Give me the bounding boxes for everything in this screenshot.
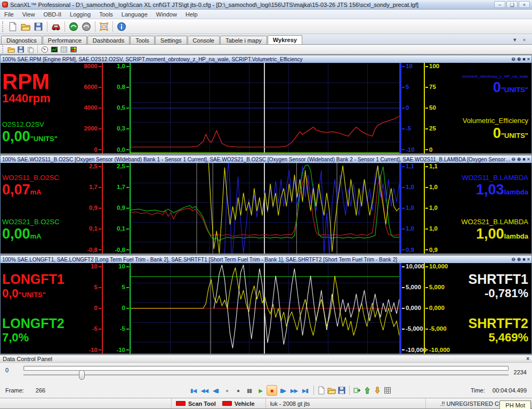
axis-tick: 2000	[76, 126, 101, 132]
readout: O2S12.O2SV0,00"UNITS"	[2, 121, 74, 145]
new-file-icon[interactable]	[7, 21, 19, 32]
axis-tick: 1,7	[76, 184, 101, 191]
skip-end-button[interactable]: ▶▮	[300, 385, 311, 396]
pause-button[interactable]: ▮▮	[244, 385, 255, 396]
panel-close-icon[interactable]: ×	[527, 157, 530, 162]
toolbar-separator	[47, 21, 47, 32]
export-green-icon[interactable]	[352, 386, 362, 395]
panel-collapse-icon[interactable]: ⊖	[511, 257, 515, 262]
table-icon[interactable]	[60, 45, 68, 54]
new-file-icon[interactable]	[317, 386, 326, 395]
panel-collapse-icon[interactable]: ⊖	[511, 56, 515, 62]
chart-plot[interactable]	[131, 163, 399, 253]
save-icon[interactable]	[33, 21, 44, 32]
play-button[interactable]: ▶	[255, 385, 266, 396]
menu-logging[interactable]: Logging	[66, 10, 95, 19]
menu-help[interactable]: Help	[181, 10, 202, 19]
readout-name: WO2S21_B.O2SC	[2, 218, 74, 226]
open-icon[interactable]	[327, 386, 336, 395]
export-up-icon[interactable]	[362, 386, 372, 395]
vehicle-label: Vehicle	[235, 400, 255, 407]
panel-maximize-icon[interactable]: ■	[522, 157, 525, 162]
timeline-thumb[interactable]	[79, 370, 85, 380]
export-grid-icon[interactable]	[383, 386, 392, 395]
menu-language[interactable]: Language	[117, 10, 152, 19]
axis-left: 80006000400020000	[75, 63, 103, 153]
menu-tools[interactable]: Tools	[95, 10, 117, 19]
panel-expand-icon[interactable]: ⊕	[517, 56, 521, 62]
open-icon[interactable]	[7, 45, 15, 54]
connect-gray-icon[interactable]	[80, 21, 92, 32]
readout-unit: "UNITS"	[19, 291, 46, 299]
panel-maximize-icon[interactable]: ■	[522, 56, 525, 62]
timeline-track[interactable]	[23, 365, 509, 375]
slider-min-label: 0	[5, 367, 18, 373]
tab-performance[interactable]: Performance	[43, 36, 87, 44]
chart-plot[interactable]	[131, 263, 399, 354]
panel-collapse-icon[interactable]: ⊖	[511, 157, 515, 162]
save-icon[interactable]	[17, 45, 25, 54]
axis-tick: 5	[103, 284, 129, 291]
axis-tick: 25	[425, 126, 451, 132]
stop-button[interactable]: ■	[267, 385, 277, 396]
fast-forward-button[interactable]: ▶▶	[289, 385, 300, 396]
tab-tools[interactable]: Tools	[130, 36, 155, 44]
tab-settings[interactable]: Settings	[155, 36, 187, 44]
close-button[interactable]: ×	[519, 1, 530, 8]
axis-tick: 0,000	[425, 305, 451, 312]
readout-name: WO2S11_B.LAMBDA	[453, 174, 528, 182]
tab-wykresy[interactable]: Wykresy	[268, 35, 302, 44]
dashboard-designer-icon[interactable]	[98, 21, 110, 32]
panel-maximize-icon[interactable]: ■	[522, 257, 525, 262]
gauge-icon[interactable]	[41, 45, 49, 54]
range-bar[interactable]	[23, 366, 509, 371]
connect-green-icon[interactable]	[68, 21, 79, 32]
tab-diagnostics[interactable]: Diagnostics	[1, 36, 42, 44]
tooltip: PH Mot	[499, 400, 531, 409]
time-value: 00:04:04.499	[493, 387, 527, 394]
marker-button[interactable]: ●	[222, 385, 232, 396]
step-back-button[interactable]: ◀▮	[211, 385, 221, 396]
save-icon[interactable]	[337, 386, 346, 395]
open-icon[interactable]	[20, 21, 31, 32]
menu-window[interactable]: Window	[152, 10, 181, 19]
graph-icon[interactable]	[50, 45, 59, 54]
panel-close-icon[interactable]: ×	[526, 356, 529, 362]
menu-obdii[interactable]: OBD-II	[39, 10, 66, 19]
axis-tick: 0,9	[76, 205, 101, 211]
skip-start-button[interactable]: ▮◀	[188, 385, 199, 396]
readout-name: RPM	[2, 71, 74, 92]
panel-expand-icon[interactable]: ⊕	[517, 157, 521, 162]
vehicle-icon[interactable]	[50, 21, 62, 32]
axis-tick: 10	[402, 63, 423, 70]
axis-tick: 75	[425, 84, 451, 91]
info-icon[interactable]	[116, 21, 127, 32]
axis-tick: 10,000	[425, 264, 451, 270]
tab-console[interactable]: Console	[188, 36, 220, 44]
rewind-button[interactable]: ◀◀	[199, 385, 210, 396]
axis-left: 1050-5-10	[75, 263, 103, 354]
tab-bar-controls[interactable]: ▼ ×	[509, 37, 531, 44]
menu-view[interactable]: View	[18, 10, 39, 19]
axis-tick: 1,0	[425, 226, 451, 232]
tab-dashboards[interactable]: Dashboards	[87, 36, 130, 44]
tab-tabele-i-mapy[interactable]: Tabele i mapy	[220, 36, 267, 44]
step-forward-button[interactable]: ▮▶	[278, 385, 288, 396]
record-button[interactable]: ●	[233, 385, 244, 396]
time-label: Time:	[471, 387, 485, 394]
panel-expand-icon[interactable]: ⊕	[517, 257, 521, 262]
panel-close-icon[interactable]: ×	[527, 257, 530, 262]
readout-value: 0,00	[2, 226, 30, 242]
copy-icon[interactable]	[26, 45, 35, 54]
axis-left: 1,00,80,50,30,0	[103, 63, 131, 153]
chart-plot[interactable]	[131, 63, 399, 153]
map-icon[interactable]	[69, 45, 78, 54]
minimize-button[interactable]: –	[494, 1, 505, 8]
maximize-button[interactable]: ❑	[506, 1, 518, 8]
export-down-icon[interactable]	[373, 386, 382, 395]
readout: RPM1440rpm	[2, 71, 74, 105]
axis-tick: 1,0	[402, 184, 423, 191]
panel-close-icon[interactable]: ×	[527, 56, 530, 62]
axis-tick: 5,000	[425, 284, 451, 291]
menu-file[interactable]: File	[0, 10, 18, 19]
